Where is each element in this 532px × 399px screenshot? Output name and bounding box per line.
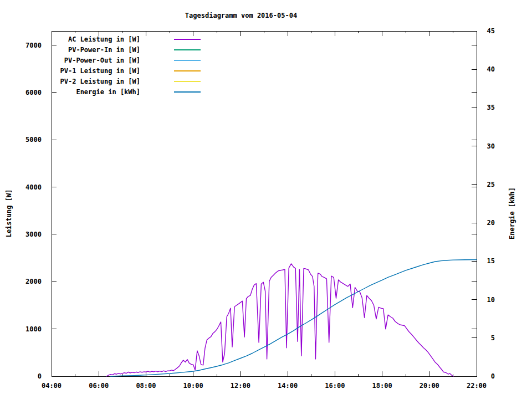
x-tick-label: 06:00: [89, 382, 109, 390]
y-tick-label: 2000: [25, 278, 42, 285]
legend-label: PV-2 Leistung in [W]: [60, 78, 141, 85]
y2-tick-label: 30: [487, 142, 495, 150]
y2-axis-ticks: 051015202530354045: [472, 27, 495, 380]
y2-tick-label: 10: [487, 296, 495, 304]
y2-tick-label: 20: [487, 219, 495, 227]
x-tick-label: 14:00: [278, 382, 298, 390]
x-tick-label: 12:00: [231, 382, 250, 390]
tagesdiagramm-chart: Tagesdiagramm vom 2016-05-04 Leistung [W…: [0, 0, 532, 399]
y2-tick-label: 35: [487, 104, 495, 111]
x-tick-label: 10:00: [183, 382, 203, 390]
y2-tick-label: 0: [491, 372, 495, 380]
legend-label: PV-Power-Out in [W]: [64, 57, 140, 64]
y-tick-label: 0: [38, 372, 42, 380]
legend-label: Energie in [kWh]: [76, 88, 140, 96]
chart-page: Tagesdiagramm vom 2016-05-04 Leistung [W…: [0, 0, 532, 399]
y-tick-label: 4000: [25, 183, 42, 191]
y2-tick-label: 5: [491, 334, 495, 342]
y-tick-label: 7000: [25, 42, 42, 49]
y2-tick-label: 15: [487, 257, 495, 265]
legend-label: AC Leistung in [W]: [68, 35, 140, 43]
x-tick-label: 22:00: [467, 382, 487, 390]
y-tick-label: 6000: [25, 89, 42, 96]
y-tick-label: 1000: [25, 325, 42, 333]
y2-tick-label: 25: [487, 181, 495, 188]
legend-label: PV-Power-In in [W]: [68, 46, 140, 54]
y-axis-label: Leistung [W]: [5, 190, 13, 238]
chart-legend: AC Leistung in [W]PV-Power-In in [W]PV-P…: [60, 35, 201, 96]
x-tick-label: 08:00: [136, 382, 156, 390]
y-tick-label: 3000: [25, 231, 42, 238]
x-tick-label: 04:00: [42, 382, 62, 390]
series-line-energie-in-kwh-: [111, 260, 477, 376]
y-tick-label: 5000: [25, 136, 42, 144]
y2-tick-label: 45: [487, 27, 495, 35]
y2-tick-label: 40: [487, 65, 495, 73]
chart-title: Tagesdiagramm vom 2016-05-04: [185, 12, 297, 19]
series-lines: [106, 260, 477, 376]
series-line-ac-leistung-in-w-: [106, 264, 453, 376]
legend-label: PV-1 Leistung in [W]: [60, 67, 141, 75]
x-tick-label: 20:00: [420, 382, 439, 390]
x-tick-label: 16:00: [325, 382, 345, 390]
y2-axis-label: Energie [kWh]: [508, 187, 516, 239]
x-tick-label: 18:00: [372, 382, 392, 390]
